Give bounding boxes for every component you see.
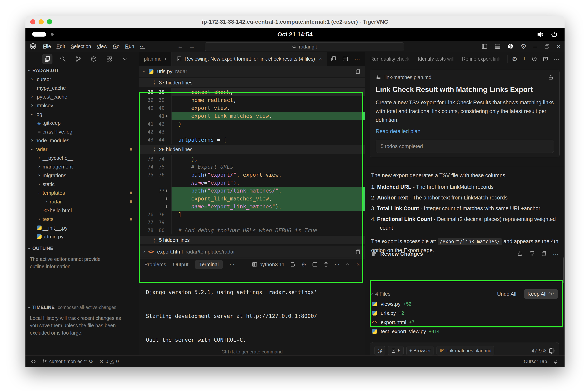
export-plan-icon[interactable] xyxy=(548,74,554,80)
tree-item-htmlcov[interactable]: ›htmlcov xyxy=(25,101,139,110)
tab-terminal[interactable]: Terminal xyxy=(195,260,223,269)
chat-tab-2[interactable]: Identify tests with e xyxy=(418,56,455,62)
toggle-panel-icon[interactable] xyxy=(494,43,501,49)
editor-more-icon[interactable]: ⋯ xyxy=(354,55,360,62)
code-line[interactable]: 4142) xyxy=(139,120,365,128)
changed-file-views.py[interactable]: views.py+52 xyxy=(371,299,558,308)
close-panel-icon[interactable]: × xyxy=(356,261,360,268)
panel-more-icon[interactable]: ⋯ xyxy=(230,262,235,268)
add-browser-chip[interactable]: + Browser xyxy=(406,346,434,355)
source-control-icon[interactable] xyxy=(73,54,84,64)
toggle-sidebar-icon[interactable] xyxy=(481,43,488,49)
code-line[interactable]: 7880# Add debug toolbar URLs when DEBUG … xyxy=(139,226,365,234)
minimize-icon[interactable]: – xyxy=(533,43,537,50)
split-editor-icon[interactable] xyxy=(342,56,348,62)
maximize-panel-icon[interactable] xyxy=(345,262,351,267)
nav-back-icon[interactable]: ← xyxy=(177,43,183,50)
remote-indicator-icon[interactable] xyxy=(31,359,36,364)
thumbs-up-icon[interactable] xyxy=(517,251,523,258)
terminal-instance-icon[interactable]: python3.11 xyxy=(252,262,285,268)
keep-all-button[interactable]: Keep All^↵ xyxy=(524,289,558,299)
menu-edit[interactable]: Edit xyxy=(56,43,65,49)
tree-item-.pytest_cache[interactable]: ›.pytest_cache xyxy=(25,92,139,101)
tree-item-.cursor[interactable]: ›.cursor xyxy=(25,75,139,84)
tree-item-admin.py[interactable]: admin.py xyxy=(25,232,139,241)
undo-all-button[interactable]: Undo All xyxy=(497,291,516,297)
tree-item-static[interactable]: ›static xyxy=(25,180,139,189)
tree-item-hello.html[interactable]: hello.html xyxy=(25,206,139,215)
panel-scrollbar[interactable] xyxy=(563,258,564,283)
git-branch-status[interactable]: cursor-timon-ec2* ⟳ xyxy=(42,358,93,365)
menu-file[interactable]: File xyxy=(43,43,51,49)
outline-header[interactable]: ›OUTLINE xyxy=(25,244,139,253)
volume-icon[interactable] xyxy=(537,31,544,38)
hidden-lines-band[interactable]: ↓↑37 hidden lines xyxy=(139,78,365,87)
diff-file-header-export[interactable]: › export.html radar/templates/radar xyxy=(139,246,365,258)
close-tab-icon[interactable]: × xyxy=(319,56,322,62)
tab-plan-md[interactable]: plan.md● xyxy=(139,52,172,66)
tree-item-tests[interactable]: ›tests xyxy=(25,215,139,223)
new-chat-icon[interactable]: + xyxy=(522,55,526,63)
chat-history-icon[interactable] xyxy=(531,56,537,62)
grid-view-icon[interactable] xyxy=(104,54,115,64)
thumbs-down-icon[interactable] xyxy=(529,251,535,258)
tree-item-log[interactable]: ›log xyxy=(25,110,139,119)
open-changes-icon[interactable] xyxy=(330,56,336,62)
tree-item-templates[interactable]: ›templates xyxy=(25,189,139,197)
timeline-header[interactable]: ›TIMELINE composer-all-active-changes xyxy=(25,303,139,312)
code-line[interactable]: + name="export_link_matches"), xyxy=(139,203,365,211)
split-terminal-icon[interactable] xyxy=(312,262,318,267)
review-changes-row[interactable]: Review Changes ⋯ xyxy=(371,251,559,258)
changed-file-export.html[interactable]: export.html+7 xyxy=(371,318,558,327)
changed-file-urls.py[interactable]: urls.py+2 xyxy=(371,308,558,318)
open-in-editor-icon[interactable] xyxy=(543,56,548,62)
extensions-cube-icon[interactable] xyxy=(89,54,99,64)
chat-more-icon[interactable]: ⋯ xyxy=(554,55,560,62)
chat-tab-3[interactable]: Refine export links f xyxy=(462,56,500,62)
tree-item-crawl-live.log[interactable]: crawl-live.log xyxy=(25,127,139,136)
launch-profile-icon[interactable] xyxy=(290,262,296,267)
diff-file-header-urls[interactable]: › urls.py radar xyxy=(139,66,365,77)
tree-item-__init__.py[interactable]: __init__.py xyxy=(25,223,139,232)
code-line[interactable]: 4040 export_view, xyxy=(139,104,365,112)
tree-item-radar[interactable]: ›radar xyxy=(25,197,139,206)
hidden-lines-band[interactable]: ↓↑5 hidden lines xyxy=(139,236,365,244)
tab-output[interactable]: Output xyxy=(173,262,188,268)
hidden-lines-band[interactable]: ↓↑29 hidden lines xyxy=(139,145,365,154)
tree-item-.gitkeep[interactable]: .gitkeep xyxy=(25,119,139,127)
tree-item-.mypy_cache[interactable]: ›.mypy_cache xyxy=(25,84,139,92)
nav-forward-icon[interactable]: → xyxy=(189,43,195,50)
review-more-icon[interactable]: ⋯ xyxy=(553,251,559,258)
attached-files-chip[interactable]: 5 xyxy=(388,346,403,355)
menu-selection[interactable]: Selection xyxy=(71,43,91,49)
copy-file-icon[interactable] xyxy=(355,68,361,74)
menu-run[interactable]: Run xyxy=(125,43,134,49)
chat-settings-icon[interactable]: ⚙ xyxy=(512,55,517,62)
chat-tab-1[interactable]: Run quality check an xyxy=(370,56,411,62)
power-icon[interactable] xyxy=(551,31,558,38)
tree-item-management[interactable]: ›management xyxy=(25,162,139,171)
files-count-label[interactable]: 4 Files xyxy=(375,291,391,297)
menu-view[interactable]: View xyxy=(97,43,107,49)
plan-file-chip[interactable]: link-matches.plan.md xyxy=(437,346,494,355)
tree-item-radar[interactable]: ›radar xyxy=(25,145,139,154)
menu-more[interactable]: ⋯ xyxy=(140,43,145,49)
command-search-input[interactable]: radar.git xyxy=(205,42,404,51)
code-line[interactable]: 77+ path("export/link-matches/", xyxy=(139,187,365,195)
code-line[interactable]: name="export"), xyxy=(139,179,365,187)
settings-gear-icon[interactable]: ⚙ xyxy=(521,42,527,50)
tab-problems[interactable]: Problems xyxy=(144,262,166,268)
activity-more-chevron-icon[interactable] xyxy=(120,54,130,64)
explorer-root-header[interactable]: ›RADAR.GIT xyxy=(25,66,139,75)
problems-status[interactable]: ⊘0 △0 xyxy=(99,358,119,365)
terminal-settings-icon[interactable]: ⚙ xyxy=(301,261,307,268)
code-line[interactable]: 7374 ), xyxy=(139,155,365,163)
code-line[interactable]: 4344urlpatterns = [ xyxy=(139,136,365,144)
code-line[interactable]: 3838 cancel_check, xyxy=(139,88,365,96)
code-line[interactable]: 7779 xyxy=(139,218,365,226)
notifications-bell-icon[interactable] xyxy=(553,359,559,364)
code-line[interactable]: + export_link_matches_view, xyxy=(139,195,365,203)
code-line[interactable]: 7678] xyxy=(139,211,365,218)
diff-rows[interactable]: ↓↑37 hidden lines3838 cancel_check,3939 … xyxy=(139,78,365,244)
tree-item-node_modules[interactable]: ›node_modules xyxy=(25,136,139,145)
